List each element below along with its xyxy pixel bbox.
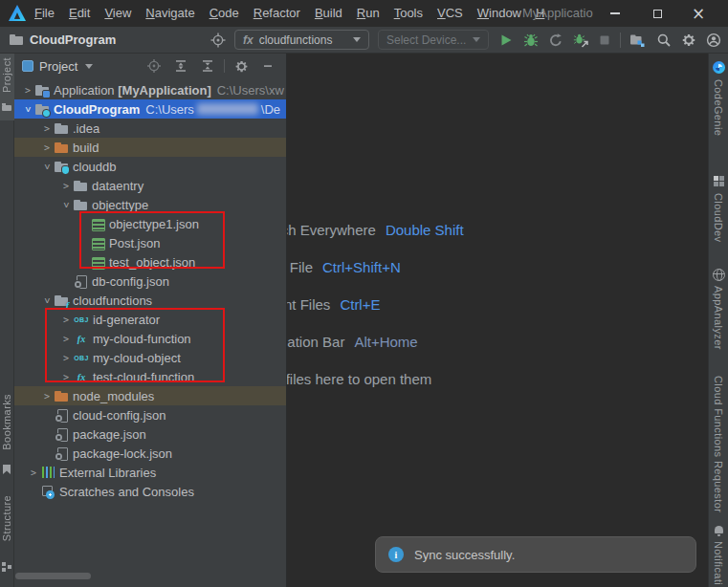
select-opened-file-icon[interactable] xyxy=(143,55,165,76)
attach-debugger-button[interactable] xyxy=(573,33,588,48)
tree-item-package-lock-json[interactable]: package-lock.json xyxy=(14,444,286,463)
run-button[interactable] xyxy=(498,33,514,48)
tree-label: .idea xyxy=(73,121,99,136)
function-badge-icon xyxy=(62,301,69,308)
chevron-right-icon[interactable] xyxy=(40,142,54,153)
chevron-down-icon[interactable] xyxy=(85,64,93,69)
tree-item-cloudprogram[interactable]: CloudProgram C:\Users \De xyxy=(14,99,286,119)
close-icon: × xyxy=(692,6,705,22)
menu-window[interactable]: Window xyxy=(475,0,523,27)
main-toolbar: CloudProgram fx cloudfunctions Select De… xyxy=(0,27,728,54)
tree-item-build[interactable]: build xyxy=(14,138,286,157)
project-folder-icon xyxy=(10,34,24,46)
settings-gear-icon[interactable] xyxy=(681,33,696,48)
folder-icon xyxy=(73,178,88,193)
scratches-icon xyxy=(40,484,55,499)
menu-build[interactable]: Build xyxy=(313,0,344,27)
annotation-box-objecttype-files xyxy=(79,211,225,269)
database-badge-icon xyxy=(62,166,69,174)
tree-item-cloudfunctions[interactable]: cloudfunctions xyxy=(14,291,286,310)
tip-shortcut: Double Shift xyxy=(386,222,464,238)
tree-item-node-modules[interactable]: node_modules xyxy=(14,386,286,405)
search-icon[interactable] xyxy=(656,33,672,48)
chevron-down-icon[interactable] xyxy=(40,162,54,172)
chevron-right-icon[interactable] xyxy=(40,391,54,402)
menu-vcs[interactable]: VCS xyxy=(435,0,465,27)
tree-label: db-config.json xyxy=(92,274,169,289)
menu-code[interactable]: Code xyxy=(208,0,241,27)
stripe-tab-clouddev[interactable]: CloudDev xyxy=(713,193,724,243)
tree-label: node_modules xyxy=(73,389,154,403)
stripe-tab-structure[interactable]: Structure xyxy=(1,495,12,541)
chevron-right-icon[interactable] xyxy=(40,123,54,134)
chevron-down-icon xyxy=(353,37,361,42)
tree-label: dataentry xyxy=(92,179,143,193)
tree-item-clouddb[interactable]: clouddb xyxy=(14,157,286,176)
chevron-down-icon[interactable] xyxy=(21,104,34,115)
bookmark-icon xyxy=(3,465,11,474)
chevron-down-icon[interactable] xyxy=(59,200,73,210)
tree-item-db-config-json[interactable]: db-config.json xyxy=(14,272,286,291)
minimize-button[interactable] xyxy=(600,0,630,27)
database-folder-icon xyxy=(54,159,69,174)
grid-icon xyxy=(714,176,724,186)
locate-target-icon[interactable] xyxy=(210,33,226,48)
stripe-tab-appanalyzer[interactable]: AppAnalyzer xyxy=(713,286,724,350)
tree-path: C:\Users xyxy=(145,102,194,117)
tree-item-idea[interactable]: .idea xyxy=(14,119,286,138)
toolbar-divider xyxy=(620,33,621,48)
menu-refactor[interactable]: Refactor xyxy=(252,0,302,27)
expand-all-icon[interactable] xyxy=(170,55,191,76)
project-panel-title[interactable]: Project xyxy=(39,59,77,74)
close-button[interactable]: × xyxy=(683,0,714,27)
module-folder-icon xyxy=(34,82,50,98)
codegenie-icon xyxy=(713,61,725,74)
chevron-right-icon[interactable] xyxy=(21,85,34,96)
horizontal-scrollbar[interactable] xyxy=(15,573,91,579)
tree-item-dataentry[interactable]: dataentry xyxy=(14,176,286,195)
stripe-tab-codegenie[interactable]: CodeGenie xyxy=(713,79,724,136)
menu-edit[interactable]: Edit xyxy=(67,0,92,27)
json-file-icon xyxy=(54,446,69,461)
tree-item-package-json[interactable]: package.json xyxy=(14,424,286,444)
stop-button[interactable] xyxy=(597,33,612,48)
menu-view[interactable]: View xyxy=(102,0,133,27)
device-selector-label: Select Device... xyxy=(386,33,466,47)
cloud-folder-icon xyxy=(34,101,50,117)
panel-settings-gear-icon[interactable] xyxy=(231,55,252,76)
device-selector[interactable]: Select Device... xyxy=(378,30,489,50)
stripe-tab-cloud-functions-requestor[interactable]: Cloud Functions Requestor xyxy=(713,376,724,512)
maximize-icon xyxy=(653,10,662,18)
menu-tools[interactable]: Tools xyxy=(392,0,425,27)
tree-path: C:\Users\xw xyxy=(217,83,284,98)
sync-notification-toast[interactable]: i Sync successfully. xyxy=(375,536,696,573)
menu-bar: File Edit View Navigate Code Refactor Bu… xyxy=(33,0,546,27)
stripe-tab-bookmarks[interactable]: Bookmarks xyxy=(1,394,12,450)
menu-navigate[interactable]: Navigate xyxy=(143,0,196,27)
chevron-right-icon[interactable] xyxy=(27,467,40,478)
collapse-all-icon[interactable] xyxy=(197,55,218,76)
debug-button[interactable] xyxy=(523,33,539,48)
stripe-tab-project[interactable]: Project xyxy=(1,57,12,93)
tree-item-application[interactable]: Application [MyApplication] C:\Users\xw xyxy=(14,80,286,99)
profiler-button[interactable] xyxy=(548,33,563,48)
functions-folder-icon xyxy=(54,293,69,308)
chevron-right-icon[interactable] xyxy=(59,181,73,191)
run-config-selector[interactable]: fx cloudfunctions xyxy=(234,30,369,50)
bell-icon xyxy=(714,526,724,536)
profile-avatar-icon[interactable] xyxy=(706,33,721,48)
maximize-button[interactable] xyxy=(642,0,673,27)
tree-label: package-lock.json xyxy=(73,446,172,461)
menu-file[interactable]: File xyxy=(33,0,56,27)
chevron-down-icon[interactable] xyxy=(40,295,54,306)
hide-panel-icon[interactable] xyxy=(257,55,278,76)
device-manager-icon[interactable] xyxy=(629,33,645,48)
tree-item-scratches[interactable]: Scratches and Consoles xyxy=(14,482,286,501)
toolbar-project-name[interactable]: CloudProgram xyxy=(30,27,116,54)
stripe-tab-notifications[interactable]: Notificati xyxy=(713,541,724,585)
tree-label: Application xyxy=(54,83,115,98)
tree-item-cloud-config-json[interactable]: cloud-config.json xyxy=(14,405,286,424)
tip-shortcut: Ctrl+Shift+N xyxy=(322,259,401,275)
tree-item-external-libraries[interactable]: External Libraries xyxy=(14,463,286,482)
menu-run[interactable]: Run xyxy=(355,0,382,27)
